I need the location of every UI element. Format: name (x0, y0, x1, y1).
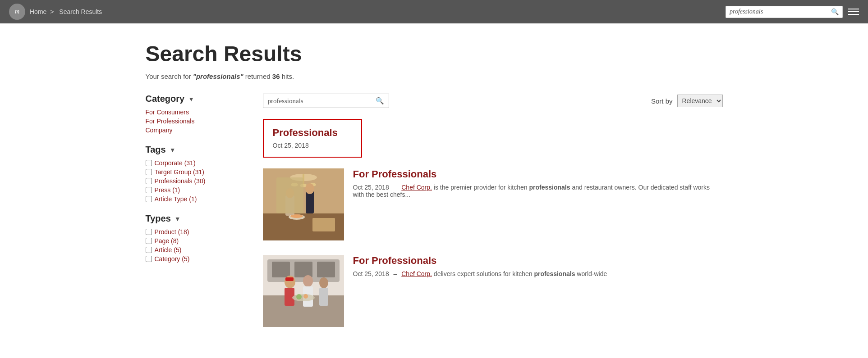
result-image-svg-1 (263, 168, 344, 240)
svg-point-13 (290, 214, 303, 218)
result-date-2: Oct 25, 2018 (353, 270, 389, 277)
svg-point-24 (303, 275, 313, 287)
type-article-label[interactable]: Article (5) (155, 246, 182, 254)
tag-article-type[interactable]: Article Type (1) (146, 195, 245, 203)
sidebar-item-for-consumers[interactable]: For Consumers (146, 109, 245, 116)
result-item-1: For Professionals Oct 25, 2018 – Chef Co… (263, 168, 723, 240)
result-image-svg-2 (263, 255, 344, 327)
content-area: Category ▼ For Consumers For Professiona… (146, 94, 723, 341)
search-summary: Your search for "professionals" returned… (146, 73, 723, 80)
breadcrumb: Home > Search Results (30, 8, 104, 15)
svg-rect-17 (272, 262, 290, 277)
tag-press[interactable]: Press (1) (146, 186, 245, 194)
breadcrumb-home[interactable]: Home (30, 8, 46, 15)
sidebar-category-title[interactable]: Category ▼ (146, 94, 245, 104)
result-keyword-1: professionals (529, 184, 570, 191)
result-meta-1: Oct 25, 2018 – Chef Corp. is the premier… (353, 184, 723, 198)
tag-professionals-checkbox[interactable] (146, 178, 152, 184)
result-image-1 (263, 168, 344, 240)
sidebar-tags-title[interactable]: Tags ▼ (146, 145, 245, 155)
sort-bar: Sort by Relevance Date Title (651, 95, 723, 107)
tag-target-group[interactable]: Target Group (31) (146, 168, 245, 176)
search-icon[interactable]: 🔍 (831, 8, 839, 16)
type-page-checkbox[interactable] (146, 238, 152, 244)
sidebar: Category ▼ For Consumers For Professiona… (146, 94, 245, 341)
result-title-1[interactable]: For Professionals (353, 168, 723, 180)
svg-rect-10 (285, 195, 294, 216)
result-text-1: For Professionals Oct 25, 2018 – Chef Co… (353, 168, 723, 240)
page-title: Search Results (146, 41, 723, 66)
sidebar-tags-section: Tags ▼ Corporate (31) Target Group (31) … (146, 145, 245, 203)
result-keyword-2: professionals (534, 270, 575, 277)
type-category-checkbox[interactable] (146, 256, 152, 262)
result-title-2[interactable]: For Professionals (353, 255, 723, 267)
type-product-checkbox[interactable] (146, 229, 152, 235)
type-page[interactable]: Page (8) (146, 237, 245, 245)
tag-corporate[interactable]: Corporate (31) (146, 159, 245, 167)
results-top-bar: 🔍 Sort by Relevance Date Title (263, 94, 723, 108)
chevron-down-icon: ▼ (170, 146, 176, 154)
svg-point-30 (303, 294, 308, 299)
tag-target-group-label[interactable]: Target Group (31) (155, 168, 205, 176)
tag-press-checkbox[interactable] (146, 187, 152, 193)
type-article[interactable]: Article (5) (146, 246, 245, 254)
svg-point-9 (305, 183, 314, 194)
tag-corporate-label[interactable]: Corporate (31) (155, 159, 196, 167)
highlighted-result-date: Oct 25, 2018 (273, 142, 309, 149)
header: m Home > Search Results 🔍 (0, 0, 868, 23)
type-product-label[interactable]: Product (18) (155, 228, 189, 236)
highlighted-result-title[interactable]: Professionals (273, 127, 352, 139)
tag-professionals-label[interactable]: Professionals (30) (155, 177, 206, 185)
tag-article-type-checkbox[interactable] (146, 196, 152, 202)
result-count: 36 (272, 73, 280, 80)
sort-select[interactable]: Relevance Date Title (677, 95, 723, 107)
results-area: 🔍 Sort by Relevance Date Title Professio… (263, 94, 723, 341)
svg-rect-3 (303, 174, 304, 185)
sidebar-item-company[interactable]: Company (146, 127, 245, 134)
svg-rect-22 (285, 277, 294, 281)
result-text-2: For Professionals Oct 25, 2018 – Chef Co… (353, 255, 723, 327)
type-page-label[interactable]: Page (8) (155, 237, 179, 245)
svg-point-26 (319, 277, 328, 288)
type-article-checkbox[interactable] (146, 247, 152, 253)
result-image-2 (263, 255, 344, 327)
hamburger-menu-button[interactable] (848, 9, 859, 15)
breadcrumb-separator: > (50, 8, 54, 15)
sidebar-item-for-professionals[interactable]: For Professionals (146, 118, 245, 125)
svg-point-4 (291, 183, 298, 186)
result-date-1: Oct 25, 2018 (353, 184, 389, 191)
svg-point-29 (296, 294, 302, 299)
tag-target-group-checkbox[interactable] (146, 169, 152, 175)
sidebar-types-section: Types ▼ Product (18) Page (8) Article (5… (146, 213, 245, 263)
search-query: "professionals" (193, 73, 243, 80)
type-category[interactable]: Category (5) (146, 255, 245, 263)
header-left: m Home > Search Results (9, 4, 104, 20)
result-company-link-2[interactable]: Chef Corp. (401, 270, 432, 277)
header-search-bar[interactable]: 🔍 (726, 6, 843, 18)
result-item-2: For Professionals Oct 25, 2018 – Chef Co… (263, 255, 723, 327)
main-search-input[interactable] (268, 97, 376, 105)
result-meta-2: Oct 25, 2018 – Chef Corp. delivers exper… (353, 270, 723, 277)
tag-article-type-label[interactable]: Article Type (1) (155, 195, 197, 203)
main-search-bar[interactable]: 🔍 (263, 94, 389, 108)
result-company-link-1[interactable]: Chef Corp. (401, 184, 432, 191)
breadcrumb-current: Search Results (59, 8, 102, 15)
sidebar-category-section: Category ▼ For Consumers For Professiona… (146, 94, 245, 134)
tag-press-label[interactable]: Press (1) (155, 186, 180, 194)
search-icon[interactable]: 🔍 (376, 97, 384, 105)
tag-professionals[interactable]: Professionals (30) (146, 177, 245, 185)
sidebar-types-title[interactable]: Types ▼ (146, 213, 245, 224)
svg-rect-18 (294, 262, 312, 277)
svg-rect-19 (317, 262, 335, 277)
header-search-input[interactable] (730, 8, 831, 15)
main-content: Search Results Your search for "professi… (119, 23, 750, 358)
chevron-down-icon: ▼ (175, 215, 181, 222)
result-snippet-2: delivers expert solutions for kitchen pr… (434, 270, 607, 277)
logo[interactable]: m (9, 4, 25, 20)
svg-rect-8 (306, 191, 314, 213)
type-category-label[interactable]: Category (5) (155, 255, 190, 263)
type-product[interactable]: Product (18) (146, 228, 245, 236)
tag-corporate-checkbox[interactable] (146, 160, 152, 166)
svg-point-28 (292, 294, 315, 301)
svg-rect-27 (319, 288, 328, 306)
